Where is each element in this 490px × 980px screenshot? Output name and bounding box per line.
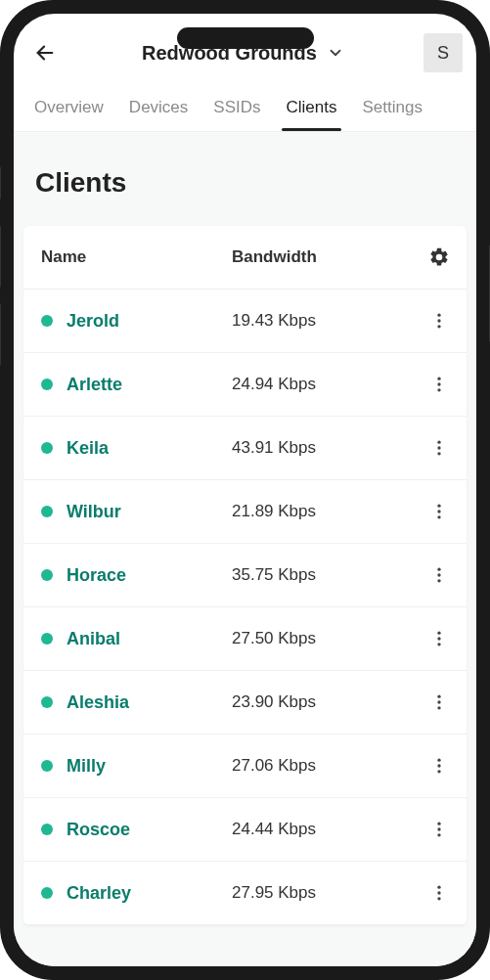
client-name-link[interactable]: Milly	[67, 756, 232, 777]
page-title: Clients	[14, 132, 476, 226]
svg-point-21	[437, 706, 440, 709]
svg-point-27	[437, 833, 440, 836]
client-name-link[interactable]: Anibal	[67, 629, 232, 649]
site-name: Redwood Grounds	[142, 42, 317, 65]
svg-point-15	[437, 579, 440, 582]
more-vertical-icon	[429, 629, 449, 648]
column-header-bandwidth[interactable]: Bandwidth	[232, 247, 425, 267]
svg-point-19	[437, 695, 440, 698]
table-settings-button[interactable]	[425, 244, 453, 271]
svg-point-30	[437, 897, 440, 900]
client-name-link[interactable]: Horace	[67, 565, 232, 586]
site-selector[interactable]: Redwood Grounds	[63, 42, 423, 65]
table-row: Wilbur 21.89 Kbps	[23, 480, 467, 544]
row-more-button[interactable]	[425, 625, 453, 652]
svg-point-9	[437, 452, 440, 455]
status-dot-icon	[41, 442, 53, 454]
tab-label: Overview	[34, 98, 104, 116]
client-bandwidth: 27.50 Kbps	[232, 629, 425, 648]
client-bandwidth: 27.06 Kbps	[232, 756, 425, 776]
tab-settings[interactable]: Settings	[349, 84, 434, 131]
table-row: Roscoe 24.44 Kbps	[23, 798, 467, 862]
svg-point-11	[437, 510, 440, 512]
table-row: Arlette 24.94 Kbps	[23, 353, 467, 417]
tab-ssids[interactable]: SSIDs	[200, 84, 273, 131]
row-more-button[interactable]	[425, 689, 453, 716]
phone-side-button	[0, 166, 1, 200]
client-bandwidth: 35.75 Kbps	[232, 565, 425, 585]
client-bandwidth: 27.95 Kbps	[232, 883, 425, 903]
client-name-link[interactable]: Jerold	[67, 311, 232, 332]
svg-point-20	[437, 700, 440, 703]
table-header: Name Bandwidth	[23, 226, 467, 290]
status-dot-icon	[41, 379, 53, 390]
client-bandwidth: 19.43 Kbps	[232, 311, 425, 331]
top-bar: Redwood Grounds S	[14, 14, 476, 84]
status-dot-icon	[41, 760, 53, 772]
table-row: Horace 35.75 Kbps	[23, 544, 467, 607]
tab-devices[interactable]: Devices	[116, 84, 200, 131]
more-vertical-icon	[429, 438, 449, 458]
row-more-button[interactable]	[425, 498, 453, 525]
status-dot-icon	[41, 696, 53, 708]
table-row: Anibal 27.50 Kbps	[23, 607, 467, 671]
client-bandwidth: 43.91 Kbps	[232, 438, 425, 458]
tab-label: Settings	[362, 98, 422, 116]
row-more-button[interactable]	[425, 752, 453, 780]
status-dot-icon	[41, 887, 53, 899]
row-more-button[interactable]	[425, 879, 453, 907]
svg-point-14	[437, 573, 440, 576]
more-vertical-icon	[429, 311, 449, 331]
tab-clients[interactable]: Clients	[274, 84, 350, 131]
row-more-button[interactable]	[425, 434, 453, 462]
table-row: Keila 43.91 Kbps	[23, 417, 467, 480]
client-bandwidth: 23.90 Kbps	[232, 692, 425, 712]
phone-side-button	[0, 303, 1, 366]
svg-point-5	[437, 382, 440, 385]
svg-point-13	[437, 568, 440, 571]
client-name-link[interactable]: Wilbur	[67, 502, 232, 522]
table-body: Jerold 19.43 Kbps Arlette 24.94 Kbps Kei…	[23, 290, 467, 925]
row-more-button[interactable]	[425, 561, 453, 589]
svg-point-2	[437, 319, 440, 322]
table-row: Charley 27.95 Kbps	[23, 862, 467, 925]
table-row: Jerold 19.43 Kbps	[23, 290, 467, 353]
svg-point-6	[437, 388, 440, 391]
client-name-link[interactable]: Aleshia	[67, 692, 232, 713]
row-more-button[interactable]	[425, 307, 453, 334]
svg-point-3	[437, 325, 440, 328]
more-vertical-icon	[429, 883, 449, 903]
tab-overview[interactable]: Overview	[22, 84, 116, 131]
content: Clients Name Bandwidth Jerold 19.43 Kbps…	[14, 132, 476, 966]
more-vertical-icon	[429, 565, 449, 585]
more-vertical-icon	[429, 820, 449, 839]
more-vertical-icon	[429, 692, 449, 712]
client-name-link[interactable]: Charley	[67, 883, 232, 904]
svg-point-26	[437, 827, 440, 830]
more-vertical-icon	[429, 375, 449, 394]
arrow-left-icon	[34, 42, 56, 64]
row-more-button[interactable]	[425, 371, 453, 398]
client-bandwidth: 24.44 Kbps	[232, 820, 425, 839]
screen: Redwood Grounds S Overview Devices SSIDs…	[14, 14, 476, 966]
svg-point-4	[437, 378, 440, 380]
tab-bar: Overview Devices SSIDs Clients Settings	[14, 84, 476, 132]
row-more-button[interactable]	[425, 816, 453, 843]
avatar[interactable]: S	[423, 33, 463, 72]
phone-side-button	[0, 225, 1, 288]
column-header-name[interactable]: Name	[41, 247, 232, 267]
svg-point-17	[437, 637, 440, 640]
client-name-link[interactable]: Arlette	[67, 375, 232, 395]
more-vertical-icon	[429, 502, 449, 521]
svg-point-10	[437, 505, 440, 508]
status-dot-icon	[41, 633, 53, 645]
svg-point-25	[437, 823, 440, 825]
phone-frame: Redwood Grounds S Overview Devices SSIDs…	[0, 0, 490, 980]
svg-point-8	[437, 446, 440, 449]
back-button[interactable]	[27, 35, 63, 70]
client-name-link[interactable]: Keila	[67, 438, 232, 459]
client-name-link[interactable]: Roscoe	[67, 820, 232, 840]
more-vertical-icon	[429, 756, 449, 776]
table-row: Aleshia 23.90 Kbps	[23, 671, 467, 735]
svg-point-23	[437, 764, 440, 767]
